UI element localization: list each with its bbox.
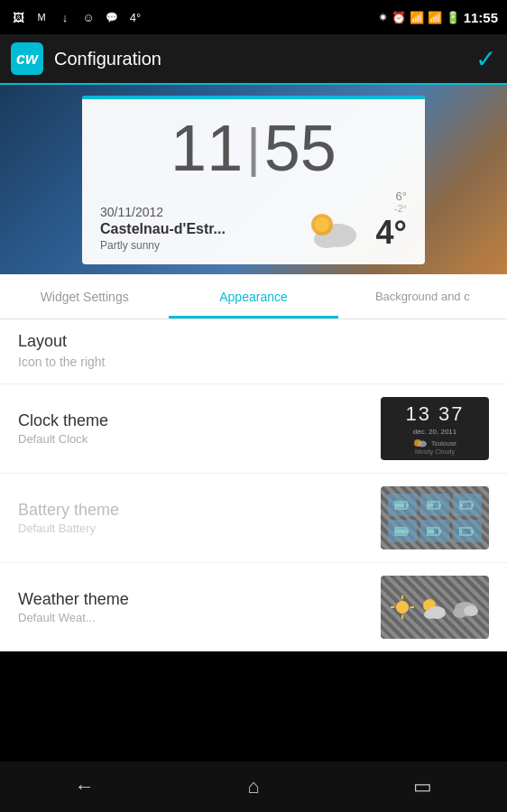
svg-rect-8	[395, 503, 404, 507]
time-hour-tens: 1	[171, 115, 207, 180]
app-icon: cw	[11, 42, 43, 75]
battery-cell-6	[453, 520, 482, 542]
tab-widget-settings-label: Widget Settings	[41, 290, 129, 304]
clock-thumb-time: 13 37	[405, 402, 464, 426]
weather-theme-title: Weather theme	[18, 590, 381, 609]
battery-theme-title: Battery theme	[18, 501, 381, 520]
temp-high: 6°	[396, 189, 407, 203]
nav-bar: ← ⌂ ▭	[0, 761, 507, 812]
battery-theme-text: Battery theme Default Battery	[18, 501, 381, 535]
battery-theme-subtitle: Default Battery	[18, 521, 381, 535]
weather-theme-subtitle: Default Weat...	[18, 611, 381, 624]
svg-rect-7	[407, 503, 409, 507]
gallery-icon: 🖼	[9, 9, 27, 25]
temp-main: 4°	[376, 214, 407, 252]
tabs: Widget Settings Appearance Background an…	[0, 274, 507, 319]
widget-preview: 1 1 | 5 5 30/11/2012 Castelnau-d'Estr...…	[0, 85, 507, 274]
weather-theme-item[interactable]: Weather theme Default Weat...	[0, 563, 507, 651]
status-bar: 🖼 M ↓ ☺ 💬 4° ✴ ⏰ 📶 📶 🔋 11:55	[0, 0, 507, 34]
layout-subtitle: Icon to the right	[0, 355, 507, 384]
battery-icon: 🔋	[446, 11, 460, 24]
svg-rect-16	[407, 530, 409, 533]
time-min-tens: 5	[264, 115, 300, 180]
recent-button[interactable]: ▭	[395, 769, 449, 805]
status-right-icons: ✴ ⏰ 📶 📶 🔋 11:55	[378, 10, 498, 25]
battery-cell-5	[420, 520, 449, 542]
svg-point-3	[315, 217, 329, 232]
svg-point-24	[396, 601, 409, 614]
widget-weather-desc: Partly sunny	[100, 239, 304, 252]
svg-rect-10	[439, 503, 441, 507]
widget-temp-area: 6° -2° 4°	[376, 189, 407, 252]
emoji-icon: ☺	[79, 9, 97, 25]
svg-point-31	[424, 610, 437, 619]
svg-rect-17	[395, 529, 406, 533]
signal-icon: 📶	[428, 11, 442, 24]
app-icon-text: cw	[16, 50, 38, 69]
tab-widget-settings[interactable]: Widget Settings	[0, 274, 169, 318]
layout-section[interactable]: Layout Icon to the right	[0, 319, 507, 384]
talk-icon: 💬	[103, 9, 121, 25]
layout-title: Layout	[0, 319, 507, 355]
svg-rect-20	[428, 529, 434, 533]
widget-location: Castelnau-d'Estr...	[100, 221, 304, 237]
top-bar: cw Configuration ✓	[0, 34, 507, 85]
widget-bottom-row: 30/11/2012 Castelnau-d'Estr... Partly su…	[100, 189, 407, 252]
back-icon: ←	[75, 775, 95, 798]
weather-theme-thumbnail	[381, 576, 489, 639]
gmail-icon: M	[32, 9, 51, 25]
tab-background[interactable]: Background and c	[338, 274, 507, 318]
clock-thumb-loc: Toulouse	[431, 440, 456, 447]
clock-theme-item[interactable]: Clock theme Default Clock 13 37 déc. 20,…	[0, 384, 507, 474]
clock-thumb-date: déc. 20, 2011	[413, 428, 456, 436]
svg-rect-13	[472, 503, 474, 507]
back-button[interactable]: ←	[58, 769, 112, 805]
time-min-ones: 5	[300, 115, 336, 180]
temp-display: 4°	[126, 9, 144, 25]
widget-weather-icon	[304, 207, 367, 252]
svg-rect-22	[472, 530, 474, 533]
time-hour-ones: 1	[207, 115, 243, 180]
clock-theme-thumbnail: 13 37 déc. 20, 2011 Toulouse Mostly Clou…	[381, 397, 489, 460]
battery-theme-item[interactable]: Battery theme Default Battery	[0, 474, 507, 563]
battery-cell-1	[388, 494, 417, 516]
weather-icon-partly-cloudy	[419, 595, 447, 620]
temp-low: -2°	[394, 203, 407, 214]
clock-theme-title: Clock theme	[18, 411, 381, 430]
weather-icon-sunny	[390, 595, 415, 620]
page-title: Configuration	[54, 49, 475, 69]
tab-appearance[interactable]: Appearance	[169, 274, 337, 318]
widget-weather-info: 30/11/2012 Castelnau-d'Estr... Partly su…	[100, 205, 304, 252]
status-time: 11:55	[464, 10, 498, 25]
svg-point-5	[418, 441, 427, 448]
battery-cell-2	[420, 494, 449, 516]
widget-date: 30/11/2012	[100, 205, 304, 219]
svg-rect-11	[428, 503, 433, 507]
time-separator: |	[246, 121, 261, 175]
svg-rect-23	[460, 529, 462, 533]
widget-card: 1 1 | 5 5 30/11/2012 Castelnau-d'Estr...…	[82, 96, 425, 264]
clock-theme-text: Clock theme Default Clock	[18, 411, 381, 446]
home-button[interactable]: ⌂	[226, 769, 281, 805]
tab-background-label: Background and c	[375, 290, 470, 303]
recent-icon: ▭	[413, 775, 432, 798]
svg-rect-19	[439, 530, 441, 533]
battery-cell-3	[453, 494, 482, 516]
status-left-icons: 🖼 M ↓ ☺ 💬 4°	[9, 9, 144, 25]
wifi-icon: 📶	[410, 11, 424, 24]
battery-theme-thumbnail	[381, 486, 489, 549]
clock-theme-subtitle: Default Clock	[18, 432, 381, 446]
download-icon: ↓	[56, 9, 74, 25]
bluetooth-icon: ✴	[378, 11, 388, 24]
svg-rect-14	[460, 503, 463, 507]
battery-cell-4	[388, 520, 417, 542]
clock-thumb-weather: Toulouse	[413, 438, 456, 448]
clock-thumb-weather-desc: Mostly Cloudy	[415, 448, 455, 455]
tab-appearance-label: Appearance	[219, 290, 288, 304]
widget-card-top-bar	[82, 96, 425, 99]
weather-icon-cloudy	[451, 595, 480, 620]
confirm-button[interactable]: ✓	[475, 44, 496, 74]
weather-theme-text: Weather theme Default Weat...	[18, 590, 381, 624]
settings-list: Layout Icon to the right Clock theme Def…	[0, 319, 507, 651]
alarm-icon: ⏰	[392, 11, 406, 24]
